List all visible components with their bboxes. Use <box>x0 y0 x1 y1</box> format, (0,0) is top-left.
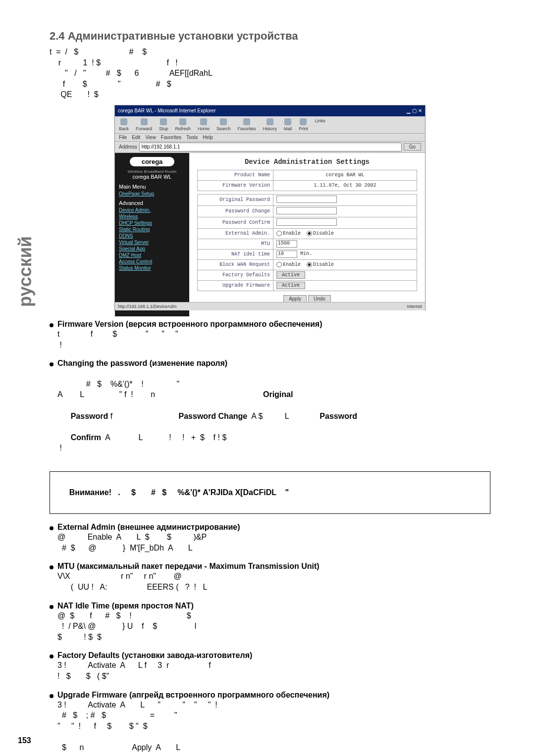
main-menu-head: Main Menu <box>119 184 185 190</box>
fw-version-body: t f $ " " " ! <box>57 329 490 350</box>
bullet-icon <box>50 362 54 366</box>
nav-static-routing[interactable]: Static Routing <box>119 226 185 233</box>
bullet-icon <box>50 694 54 698</box>
favorites-button[interactable]: Favorites <box>238 118 256 131</box>
orig-pw-input[interactable] <box>276 196 337 203</box>
bullet-icon <box>50 323 54 327</box>
upgrade-active-button[interactable]: Active <box>276 282 305 289</box>
apply-button[interactable]: Apply <box>283 295 307 302</box>
history-icon <box>267 118 273 125</box>
upgrade-label: Upgrade Firmware <box>198 280 273 291</box>
back-button[interactable]: Back <box>119 118 129 131</box>
history-button[interactable]: History <box>263 118 277 131</box>
home-button[interactable]: Home <box>198 118 210 131</box>
undo-button[interactable]: Undo <box>308 295 331 302</box>
nav-wireless[interactable]: Wireless <box>119 213 185 220</box>
bullet-icon <box>50 655 54 658</box>
stop-button[interactable]: Stop <box>159 118 168 131</box>
mtu-heading: MTU (максимальный пакет передачи - Maxim… <box>57 562 320 571</box>
orig-pw-label: Original Password <box>198 194 273 205</box>
intro-paragraph: t = / $ # $ r 1 ! $ f ! " / " # $ 6 AEF[… <box>50 47 490 100</box>
mtu-body: V\X r n" r n" @ ( UU ! A: EEERS ( ? ! L <box>57 571 490 592</box>
upgrade-firmware-heading: Upgrade Firmware (апгрейд встроенного пр… <box>57 691 329 700</box>
bullet-icon <box>50 526 54 530</box>
browser-toolbar: Back Forward Stop Refresh Home Search Fa… <box>115 116 425 134</box>
stop-icon <box>160 118 167 125</box>
ext-admin-radios: Enable Disable <box>273 228 417 239</box>
block-wan-disable-radio[interactable] <box>307 262 312 267</box>
nav-virtual-server[interactable]: Virtual Server <box>119 239 185 246</box>
window-titlebar: corega BAR WL - Microsoft Internet Explo… <box>115 105 425 116</box>
nav-dmz-host[interactable]: DMZ Host <box>119 252 185 258</box>
nav-device-admin[interactable]: Device Admin. <box>119 207 185 213</box>
main-panel: Device Administration Settings Product N… <box>189 153 425 316</box>
menu-file[interactable]: File <box>119 135 127 140</box>
back-icon <box>120 118 127 125</box>
nav-ddns[interactable]: DDNS <box>119 233 185 239</box>
browser-statusbar: http://192.168.1.1/DeviceAdm Internet <box>115 302 425 310</box>
nat-idle-unit: Min. <box>300 251 312 256</box>
refresh-button[interactable]: Refresh <box>175 118 191 131</box>
onepage-setup-link[interactable]: OnePage Setup <box>119 191 185 197</box>
pw-change-input[interactable] <box>276 207 337 214</box>
logo-sub: Wireless BroadBand Router <box>115 169 189 174</box>
panel-title: Device Administration Settings <box>197 158 417 166</box>
block-wan-enable-radio[interactable] <box>276 262 282 267</box>
ext-admin-body: @ Enable A L $ $ )&P # $ @ } M'[F_bDh A … <box>57 532 490 553</box>
address-label: Address <box>119 144 137 150</box>
nav-access-control[interactable]: Access Control <box>119 258 185 265</box>
nat-idle-heading: NAT Idle Time (время простоя NAT) <box>57 602 194 610</box>
ext-admin-disable-radio[interactable] <box>307 231 312 236</box>
factory-defaults-heading: Factory Defaults (установки завода-изгот… <box>57 651 252 660</box>
advanced-head: Advanced <box>119 200 185 206</box>
password-label: Password <box>71 412 108 420</box>
page-number: 153 <box>18 736 31 745</box>
address-input[interactable] <box>139 143 402 151</box>
section-heading: 2.4 Административные установки устройств… <box>50 30 490 43</box>
factory-label: Factory Defaults <box>198 270 273 280</box>
refresh-icon <box>179 118 186 125</box>
embedded-screenshot: corega BAR WL - Microsoft Internet Explo… <box>114 105 426 311</box>
mtu-input[interactable]: 1500 <box>276 240 297 248</box>
change-pw-body: # $ %&'()* ! " A L " f ! n Original Pass… <box>57 368 490 464</box>
original-label: Original <box>263 390 293 399</box>
search-button[interactable]: Search <box>216 118 231 131</box>
ext-admin-heading: External Admin (внешнее администрировани… <box>57 523 240 532</box>
go-button[interactable]: Go <box>404 143 421 151</box>
pw-change-label: Password Change <box>198 205 273 217</box>
sidebar: corega Wireless BroadBand Router corega … <box>115 153 189 316</box>
block-wan-radios: Enable Disable <box>273 259 417 270</box>
search-icon <box>220 118 227 125</box>
nat-idle-input[interactable]: 10 <box>276 251 297 258</box>
attention-callout: Внимание! . $ # $ %&'()* A'RJIDa X[DaCFi… <box>50 471 490 514</box>
menu-favorites[interactable]: Favorites <box>161 135 181 140</box>
menu-tools[interactable]: Tools <box>186 135 198 140</box>
window-title: corega BAR WL - Microsoft Internet Explo… <box>118 108 215 113</box>
print-button[interactable]: Print <box>299 118 308 131</box>
nav-special-app[interactable]: Special App <box>119 246 185 252</box>
pw-confirm-input[interactable] <box>276 218 337 226</box>
bullet-icon <box>50 605 54 609</box>
menu-help[interactable]: Help <box>203 135 213 140</box>
block-wan-label: Block WAN Request <box>198 259 273 270</box>
menu-view[interactable]: View <box>145 135 156 140</box>
password-change-label: Password Change <box>179 412 248 420</box>
ext-admin-enable-radio[interactable] <box>276 231 282 236</box>
forward-button[interactable]: Forward <box>136 118 152 131</box>
upgrade-firmware-body: 3 ! Activate A L " " " " ! # $ ; # $ = "… <box>57 700 490 753</box>
address-bar: Address Go <box>115 142 425 153</box>
ext-admin-label: External Admin. <box>198 228 273 239</box>
nav-status-monitor[interactable]: Status Monitor <box>119 265 185 271</box>
product-name: corega BAR WL <box>115 174 189 180</box>
nat-idle-label: NAT idel time <box>198 249 273 259</box>
logo: corega <box>130 157 174 166</box>
mail-button[interactable]: Mail <box>284 118 292 131</box>
nav-dhcp[interactable]: DHCP Settings <box>119 220 185 226</box>
bullet-icon <box>50 565 54 569</box>
factory-active-button[interactable]: Active <box>276 271 305 279</box>
menu-edit[interactable]: Edit <box>132 135 140 140</box>
language-side-label: русский <box>15 236 36 307</box>
confirm-label: Confirm <box>71 433 101 442</box>
links-label: Links <box>315 118 325 131</box>
fw-version-label: Firmware Version <box>198 180 273 191</box>
